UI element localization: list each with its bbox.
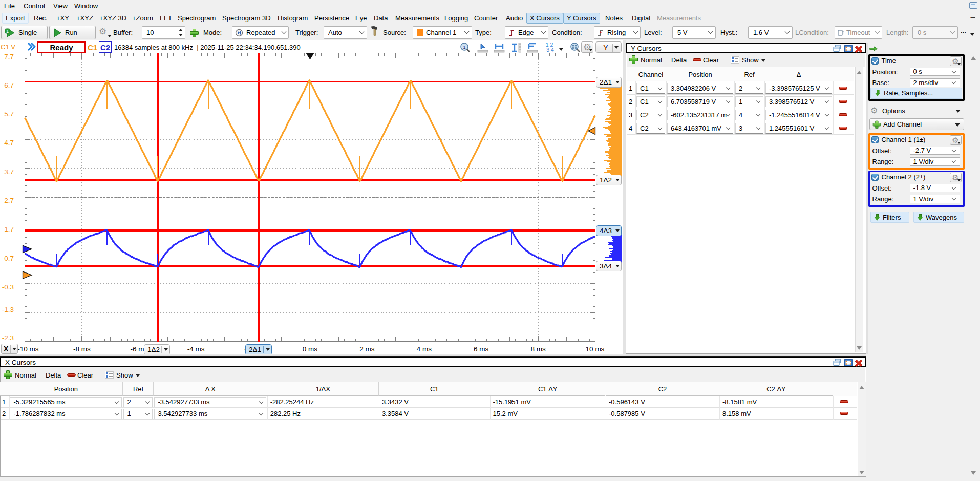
svg-text:2 ms: 2 ms [359,345,375,353]
svg-text:5.7: 5.7 [4,110,14,118]
svg-text:0 ms: 0 ms [303,345,318,353]
svg-text:1: 1 [6,28,9,33]
svg-text:-1.3: -1.3 [2,306,14,313]
svg-text:-0.3: -0.3 [2,283,14,291]
svg-text:-4 ms: -4 ms [187,345,205,353]
svg-text:2.7: 2.7 [4,197,14,204]
svg-text:0.7: 0.7 [4,255,14,262]
svg-text:10 ms: 10 ms [586,345,605,353]
svg-text:8 ms: 8 ms [530,345,546,353]
svg-text:4 ms: 4 ms [417,345,432,353]
svg-text:6 ms: 6 ms [474,345,489,353]
svg-text:-10 ms: -10 ms [17,345,39,353]
svg-text:7.7: 7.7 [4,53,14,60]
svg-text:-8 ms: -8 ms [73,345,91,353]
svg-text:1.7: 1.7 [4,225,14,233]
svg-text:3.7: 3.7 [4,168,14,176]
svg-text:-2.3: -2.3 [2,334,14,342]
svg-text:6.7: 6.7 [4,81,14,89]
svg-text:4.7: 4.7 [4,139,14,147]
svg-text:1: 1 [463,45,465,50]
